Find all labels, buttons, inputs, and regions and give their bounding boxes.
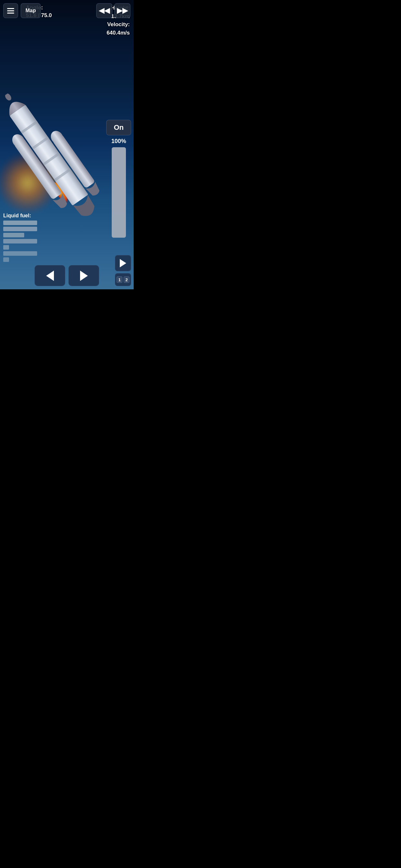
menu-button[interactable] — [3, 3, 18, 18]
fuel-bars — [3, 221, 37, 262]
fuel-label: Liquid fuel: — [3, 213, 37, 219]
play-icon — [120, 259, 126, 268]
hamburger-icon — [7, 10, 14, 11]
map-button[interactable]: Map — [21, 3, 41, 18]
stage-2-label: 2 — [124, 276, 129, 283]
hamburger-icon — [7, 12, 14, 13]
rewind-icon: ◀◀ — [99, 6, 110, 15]
play-button[interactable] — [115, 255, 131, 271]
velocity-value: 640.4m/s — [106, 29, 130, 37]
steer-left-button[interactable] — [35, 265, 65, 286]
fast-forward-button[interactable]: ▶▶ — [114, 3, 130, 18]
fast-forward-icon: ▶▶ — [117, 6, 128, 15]
velocity-label: Velocity: — [106, 20, 130, 29]
stage-1-label: 1 — [117, 276, 122, 283]
fuel-bar — [3, 233, 37, 237]
rewind-button[interactable]: ◀◀ — [96, 3, 112, 18]
fuel-bar — [3, 257, 37, 262]
right-arrow-icon — [80, 271, 88, 281]
svg-point-13 — [4, 92, 12, 102]
stage-button[interactable]: 1 2 — [115, 273, 131, 286]
throttle-slider[interactable] — [112, 147, 126, 238]
fuel-bar — [3, 227, 37, 231]
steer-right-button[interactable] — [68, 265, 99, 286]
throttle-percent-label: 100% — [112, 138, 126, 145]
fuel-bar — [3, 239, 37, 244]
fuel-bar — [3, 221, 37, 225]
hamburger-icon — [7, 8, 14, 9]
engine-on-button[interactable]: On — [106, 120, 131, 135]
fuel-bar — [3, 245, 37, 250]
left-arrow-icon — [46, 271, 54, 281]
fuel-bar — [3, 251, 37, 256]
